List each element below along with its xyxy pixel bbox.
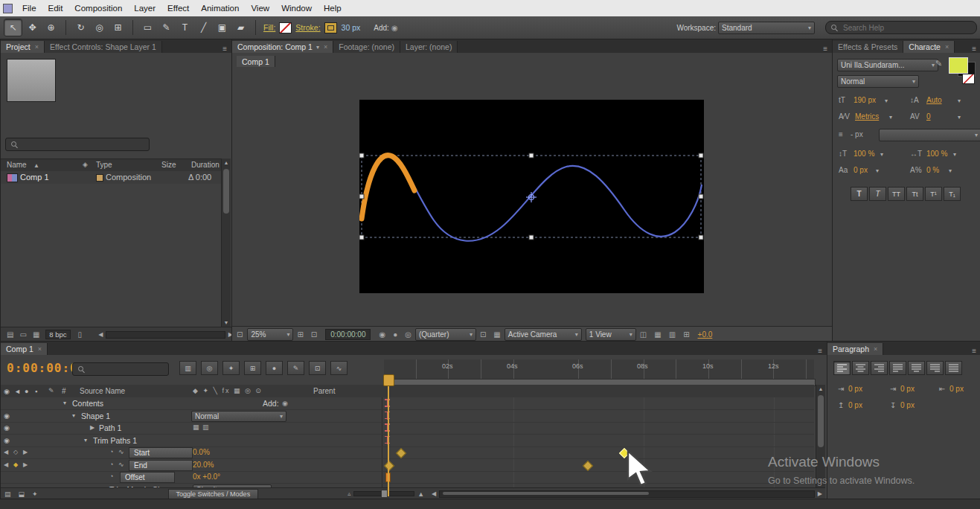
- magnification-select[interactable]: 25% ▾: [247, 328, 293, 341]
- timeline-search-input[interactable]: [89, 365, 164, 374]
- twirl-icon[interactable]: ▾: [84, 437, 87, 444]
- property-start-label[interactable]: Start: [129, 447, 193, 458]
- mask-visibility-icon[interactable]: ⊡: [311, 330, 317, 339]
- row-trim-paths[interactable]: ◉ ▾ Trim Paths 1: [1, 435, 814, 447]
- row-path1[interactable]: ◉ ▶ Path 1 ▦ ▥: [1, 422, 814, 435]
- hscroll-thumb[interactable]: [443, 492, 648, 495]
- hscroll-left-icon[interactable]: ◀: [432, 490, 436, 497]
- interpret-footage-icon[interactable]: ▤: [7, 330, 13, 339]
- toggle-inout-pane-icon[interactable]: ✦: [32, 490, 38, 498]
- close-icon[interactable]: ×: [35, 43, 39, 51]
- chevron-down-icon[interactable]: ▾: [949, 167, 952, 174]
- menu-window[interactable]: Window: [275, 4, 318, 13]
- timeline-scroll-thumb[interactable]: [818, 395, 824, 447]
- row-contents[interactable]: ▾ Contents Add: ◉: [1, 397, 814, 410]
- menu-view[interactable]: View: [245, 4, 275, 13]
- font-size-value[interactable]: 190 px: [854, 96, 876, 104]
- show-snapshot-icon[interactable]: ●: [393, 330, 397, 339]
- menu-file[interactable]: File: [16, 4, 42, 13]
- eye-icon[interactable]: ◉: [4, 412, 10, 420]
- panel-menu-icon[interactable]: ≡: [819, 45, 832, 53]
- row-label[interactable]: Trim Paths 1: [93, 436, 137, 445]
- column-size[interactable]: Size: [161, 161, 176, 169]
- prev-keyframe-icon[interactable]: ◀: [4, 461, 8, 468]
- pixel-aspect-icon[interactable]: ◫: [640, 330, 647, 339]
- add-keyframe-icon[interactable]: ◇: [13, 449, 18, 455]
- keyframe[interactable]: [396, 448, 406, 458]
- tab-project[interactable]: Project ×: [1, 41, 45, 53]
- justify-all-button[interactable]: [945, 361, 962, 375]
- flowchart-icon[interactable]: ⊞: [683, 330, 689, 339]
- stopwatch-icon[interactable]: ◔: [109, 461, 113, 468]
- selection-tool[interactable]: ↖: [4, 19, 22, 36]
- menu-edit[interactable]: Edit: [42, 4, 69, 13]
- shape-tool[interactable]: ▭: [139, 19, 156, 36]
- zoom-in-mountain-icon[interactable]: ▲: [417, 490, 424, 498]
- add-shape-icon[interactable]: ◉: [391, 24, 398, 32]
- property-offset-label[interactable]: Offset: [120, 472, 175, 483]
- eyedropper-icon[interactable]: ✎: [935, 59, 942, 68]
- scroll-down-icon[interactable]: ▼: [222, 320, 231, 325]
- chevron-down-icon[interactable]: ▾: [880, 151, 883, 158]
- pen-tool[interactable]: ✎: [158, 19, 175, 36]
- comp-subtab[interactable]: Comp 1: [237, 56, 275, 67]
- font-style-select[interactable]: Normal ▾: [837, 75, 919, 88]
- viewer-timecode[interactable]: 0:00:00:00: [325, 329, 371, 340]
- baseline-shift-value[interactable]: 0 px: [854, 166, 868, 174]
- small-caps-button[interactable]: Tt: [906, 187, 923, 201]
- time-ruler[interactable]: 02s 04s 06s 08s 10s 12s: [384, 359, 814, 380]
- grid-options-icon[interactable]: ⊞: [297, 330, 303, 339]
- toggle-switches-pane-icon[interactable]: ▤: [4, 490, 11, 498]
- chevron-down-icon[interactable]: ▾: [953, 151, 956, 158]
- timeline-zoom-slider[interactable]: [353, 491, 414, 496]
- help-search[interactable]: [825, 21, 977, 34]
- project-row-comp1[interactable]: Comp 1 Composition Δ 0:00: [1, 171, 221, 184]
- scroll-up-icon[interactable]: ▲: [222, 160, 231, 165]
- chevron-down-icon[interactable]: ▾: [958, 97, 961, 104]
- column-type[interactable]: Type: [96, 161, 112, 169]
- panel-menu-icon[interactable]: ≡: [967, 45, 980, 53]
- camera-tool[interactable]: ◎: [91, 19, 108, 36]
- chevron-down-icon[interactable]: ▾: [889, 114, 892, 121]
- sort-asc-icon[interactable]: ▲: [33, 162, 39, 169]
- stroke-none-swatch[interactable]: [962, 74, 975, 84]
- draft-3d-button[interactable]: ◎: [201, 361, 218, 375]
- project-search-input[interactable]: [22, 140, 144, 150]
- next-keyframe-icon[interactable]: ▶: [23, 461, 28, 468]
- brush-tool[interactable]: ╱: [195, 19, 212, 36]
- row-end[interactable]: ◀ ◆ ▶ ◔ ∿ End 20.0%: [1, 459, 814, 472]
- scroll-up-icon[interactable]: ▲: [816, 386, 825, 391]
- workspace-select[interactable]: Standard ▾: [718, 22, 815, 34]
- panel-menu-icon[interactable]: ≡: [967, 347, 980, 355]
- tab-paragraph[interactable]: Paragraph ×: [827, 343, 883, 355]
- all-caps-button[interactable]: TT: [888, 187, 905, 201]
- frame-blend-button[interactable]: ⊞: [244, 361, 261, 375]
- toggle-transfer-pane-icon[interactable]: ⬓: [19, 490, 25, 498]
- horizontal-scale-value[interactable]: 100 %: [926, 150, 947, 158]
- hide-shy-button[interactable]: ✦: [222, 361, 240, 375]
- indent-left-value[interactable]: 0 px: [848, 385, 862, 393]
- justify-last-left-button[interactable]: [889, 361, 906, 375]
- tab-effects-presets[interactable]: Effects & Presets: [833, 41, 903, 53]
- scroll-left-icon[interactable]: ◀: [98, 331, 103, 338]
- playhead-grabber[interactable]: [383, 374, 394, 386]
- hscroll-right-icon[interactable]: ▶: [818, 490, 822, 497]
- twirl-icon[interactable]: ▾: [72, 412, 75, 419]
- add-property-icon[interactable]: ◉: [282, 400, 288, 407]
- menu-layer[interactable]: Layer: [128, 4, 161, 13]
- playhead-line[interactable]: [388, 385, 389, 496]
- tab-timeline-comp1[interactable]: Comp 1 ×: [1, 343, 48, 355]
- blend-mode-select[interactable]: Normal ▾: [191, 411, 286, 422]
- trash-icon[interactable]: ▯: [78, 330, 83, 339]
- keyframe-at-time-icon[interactable]: ◆: [13, 461, 18, 468]
- project-scrollbar[interactable]: ▲ ▼: [221, 159, 231, 327]
- column-number[interactable]: #: [62, 387, 66, 395]
- pan-behind-tool[interactable]: ⊞: [109, 19, 126, 36]
- timeline-button-icon[interactable]: ▥: [669, 330, 676, 339]
- stroke-swatch[interactable]: [324, 22, 337, 33]
- exposure-value[interactable]: +0.0: [698, 330, 713, 339]
- align-right-button[interactable]: [871, 361, 888, 375]
- next-keyframe-icon[interactable]: ▶: [23, 449, 28, 455]
- fill-label[interactable]: Fill:: [263, 23, 275, 32]
- bit-depth-button[interactable]: 8 bpc: [45, 330, 70, 339]
